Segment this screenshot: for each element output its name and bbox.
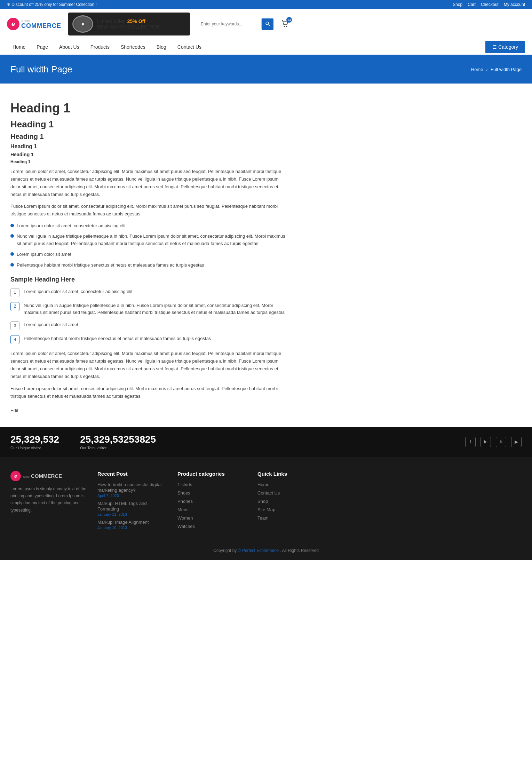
footer-bottom: Copyright by © Perfect Ecommerce . All R… [10,543,522,553]
list-item: Nunc vel ligula in augue tristique pelle… [10,233,289,247]
content-para3: Lorem ipsum dolor sit amet, consectetur … [10,350,289,380]
copyright-text: Copyright by [213,548,237,553]
copyright-suffix: . All Rights Reserved [280,548,319,553]
cat-tshirts[interactable]: T-shirts [177,482,192,487]
content-para1: Lorem ipsum dolor sit amet, consectetur … [10,168,289,198]
nav-shortcodes[interactable]: Shortcodes [115,39,151,55]
footer-logo-commerce: COMMERCE [31,473,62,479]
search-form [197,18,273,30]
total-visitor-label: Our Total visitor [80,446,156,450]
footer: e Store COMMERCE Lorem Ipsum is simply d… [0,457,532,560]
list-item: 4 Pellentesque habitant morbi tristique … [10,335,289,344]
svg-line-1 [269,24,270,26]
list-item: 2 Nunc vel ligula in augue tristique pel… [10,302,289,317]
quick-link-item: Contact Us [257,490,313,496]
youtube-icon[interactable]: ▶ [511,437,522,447]
numbered-list: 1 Lorem ipsum dolor sit amet, consectetu… [10,288,289,345]
list-item: 1 Lorem ipsum dolor sit amet, consectetu… [10,288,289,297]
banner-limited: Limited Offer 25% Off [97,18,161,24]
social-icons: f in 𝕏 ▶ [465,437,522,447]
quick-link-item: Team [257,515,313,521]
footer-grid: e Store COMMERCE Lorem Ipsum is simply d… [10,471,522,532]
logo-icon: e [7,18,19,30]
quick-link-contact[interactable]: Contact Us [257,490,280,496]
quick-link-team[interactable]: Team [257,515,269,521]
recent-post-link-1[interactable]: How to build a successful digital market… [97,482,161,493]
top-nav-checkout[interactable]: Checkout [481,2,499,7]
list-item: Lorem ipsum dolor sit amet, consectetur … [10,222,289,230]
cart-count: 14 [286,17,292,23]
page-title: Full width Page [10,64,72,75]
num-badge-4: 4 [10,335,19,344]
content-h5: Heading 1 [10,152,289,157]
site-logo[interactable]: e Store COMMERCE [7,18,61,30]
category-button[interactable]: ☰ Category [485,41,525,53]
product-cat-item: Phones [177,498,247,504]
product-cat-item: Shoes [177,490,247,496]
sample-heading: Sample Heading Here [10,276,289,283]
facebook-icon[interactable]: f [465,437,476,447]
footer-brand-col: e Store COMMERCE Lorem Ipsum is simply d… [10,471,87,532]
svg-point-2 [284,26,285,27]
bullet-dot [10,252,14,256]
footer-logo-icon: e [10,471,21,481]
numbered-text: Lorem ipsum dolor sit amet [24,321,78,329]
search-input[interactable] [197,19,262,29]
numbered-text: Nunc vel ligula in augue tristique pelle… [24,302,289,317]
cat-shoes[interactable]: Shoes [177,490,190,496]
unique-visitor-num: 25,329,532 [10,434,59,445]
cat-mens[interactable]: Mens [177,507,189,512]
total-visitor-num: 25,329,53253825 [80,434,156,445]
copyright-link[interactable]: © Perfect Ecommerce [238,548,279,553]
cat-women[interactable]: Women [177,515,193,521]
bullet-text: Pellentesque habitant morbi tristique se… [17,262,204,269]
footer-description: Lorem Ipsum is simply dummy text of the … [10,485,87,514]
footer-quick-links-col: Quick Links Home Contact Us Shop Site Ma… [257,471,313,532]
quick-link-item: Site Map [257,507,313,512]
linkedin-icon[interactable]: in [481,437,491,447]
quick-link-sitemap[interactable]: Site Map [257,507,275,512]
footer-logo-text: Store COMMERCE [23,473,62,479]
footer-product-cat-col: Product categories T-shirts Shoes Phones… [177,471,247,532]
product-cat-item: T-shirts [177,482,247,487]
product-cat-item: Watches [177,523,247,529]
top-bar: ❄ Discount off 25% only for Summer Colle… [0,0,532,9]
edit-link[interactable]: Edit [10,408,18,413]
breadcrumb-home[interactable]: Home [471,67,483,72]
recent-post-item: Markup: Image Alignment January 10, 2013 [97,519,167,530]
nav-page[interactable]: Page [31,39,54,55]
numbered-text: Pellentesque habitant morbi tristique se… [24,335,211,342]
num-badge-2: 2 [10,302,19,311]
category-label: ☰ Category [492,44,518,50]
footer-logo-store: Store [23,475,30,479]
nav-products[interactable]: Products [85,39,115,55]
nav-home[interactable]: Home [7,39,31,55]
top-nav-cart[interactable]: Cart [468,2,476,7]
breadcrumb-current: Full width Page [491,67,522,72]
top-nav-shop[interactable]: Shop [453,2,462,7]
search-button[interactable] [262,18,273,30]
logo-text: Store COMMERCE [21,19,61,29]
nav-contact[interactable]: Contact Us [172,39,207,55]
twitter-icon[interactable]: 𝕏 [496,437,506,447]
recent-post-item: How to build a successful digital market… [97,482,167,498]
content-h2: Heading 1 [10,119,289,130]
header: e Store COMMERCE ⌚ Limited Offer 25% Off… [0,9,532,39]
quick-link-shop[interactable]: Shop [257,499,268,504]
watch-image: ⌚ [72,15,93,33]
content-h3: Heading 1 [10,133,289,141]
breadcrumb-separator: › [486,67,487,72]
quick-link-home[interactable]: Home [257,482,270,487]
nav-blog[interactable]: Blog [151,39,172,55]
top-nav-myaccount[interactable]: My account [504,2,525,7]
recent-post-link-2[interactable]: Markup: HTML Tags and Formatting [97,501,147,512]
bullet-list: Lorem ipsum dolor sit amet, consectetur … [10,222,289,269]
cart-icon[interactable]: 14 [280,19,290,30]
bullet-dot [10,224,14,227]
recent-post-date-1: April 7, 2020 [97,493,167,498]
recent-post-link-3[interactable]: Markup: Image Alignment [97,520,149,525]
nav-about[interactable]: About Us [54,39,85,55]
list-item: 3 Lorem ipsum dolor sit amet [10,321,289,330]
cat-watches[interactable]: Watches [177,524,195,529]
cat-phones[interactable]: Phones [177,499,193,504]
